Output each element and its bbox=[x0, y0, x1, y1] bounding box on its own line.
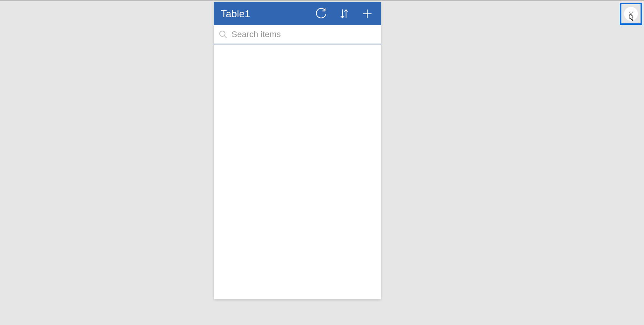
close-button[interactable] bbox=[620, 3, 642, 25]
plus-icon bbox=[362, 8, 373, 19]
refresh-icon bbox=[315, 8, 327, 20]
svg-line-5 bbox=[224, 36, 227, 38]
search-input[interactable] bbox=[231, 29, 377, 40]
refresh-button[interactable] bbox=[315, 8, 327, 20]
panel-title: Table1 bbox=[221, 8, 315, 20]
search-bar bbox=[214, 25, 381, 44]
sort-button[interactable] bbox=[338, 8, 350, 20]
search-icon bbox=[218, 29, 228, 40]
panel-body bbox=[214, 44, 381, 299]
close-circle bbox=[624, 7, 638, 21]
close-icon bbox=[628, 10, 634, 17]
window-top-border bbox=[0, 0, 644, 1]
panel-header: Table1 bbox=[214, 2, 381, 25]
header-actions bbox=[315, 8, 376, 20]
table-panel: Table1 bbox=[214, 2, 381, 299]
add-button[interactable] bbox=[361, 8, 373, 20]
sort-icon bbox=[339, 8, 350, 20]
